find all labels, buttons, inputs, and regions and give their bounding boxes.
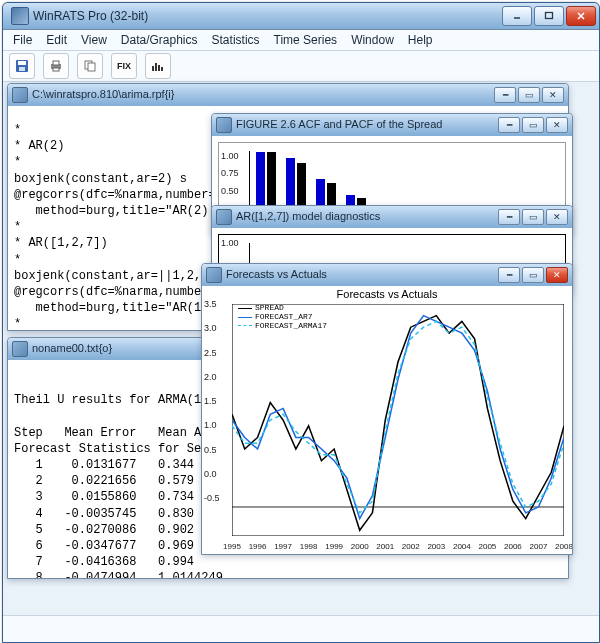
menu-edit[interactable]: Edit bbox=[40, 31, 73, 49]
acf-title: FIGURE 2.6 ACF and PACF of the Spread bbox=[236, 118, 498, 131]
menu-tseries[interactable]: Time Series bbox=[268, 31, 344, 49]
app-title: WinRATS Pro (32-bit) bbox=[33, 9, 502, 23]
toolbar: FIX bbox=[3, 51, 599, 82]
mdi-desktop: C:\winratspro.810\arima.rpf{i} ━ ▭ ✕ * *… bbox=[7, 83, 595, 614]
close-button[interactable] bbox=[566, 6, 596, 26]
editor-title: C:\winratspro.810\arima.rpf{i} bbox=[32, 88, 494, 101]
menu-window[interactable]: Window bbox=[345, 31, 400, 49]
chart-icon bbox=[216, 209, 232, 225]
editor-close[interactable]: ✕ bbox=[542, 87, 564, 103]
diag-max[interactable]: ▭ bbox=[522, 209, 544, 225]
forecast-plot: Forecasts vs Actuals SPREAD FORECAST_AR7… bbox=[202, 286, 572, 554]
svg-rect-1 bbox=[546, 13, 553, 19]
doc-icon bbox=[12, 341, 28, 357]
editor-max[interactable]: ▭ bbox=[518, 87, 540, 103]
titlebar[interactable]: WinRATS Pro (32-bit) bbox=[3, 3, 599, 30]
svg-rect-7 bbox=[53, 68, 59, 71]
svg-rect-10 bbox=[152, 66, 154, 71]
menu-data[interactable]: Data/Graphics bbox=[115, 31, 204, 49]
histogram-icon[interactable] bbox=[145, 53, 171, 79]
maximize-button[interactable] bbox=[534, 6, 564, 26]
svg-rect-6 bbox=[53, 61, 59, 65]
editor-min[interactable]: ━ bbox=[494, 87, 516, 103]
svg-rect-14 bbox=[232, 304, 564, 536]
svg-rect-3 bbox=[18, 61, 26, 65]
diag-close[interactable]: ✕ bbox=[546, 209, 568, 225]
menu-help[interactable]: Help bbox=[402, 31, 439, 49]
fix-icon[interactable]: FIX bbox=[111, 53, 137, 79]
save-icon[interactable] bbox=[9, 53, 35, 79]
chart-icon bbox=[206, 267, 222, 283]
forecast-min[interactable]: ━ bbox=[498, 267, 520, 283]
forecast-chart-title: Forecasts vs Actuals bbox=[202, 286, 572, 304]
app-icon bbox=[11, 7, 29, 25]
statusbar bbox=[3, 615, 599, 642]
svg-rect-4 bbox=[19, 67, 25, 71]
app-window: WinRATS Pro (32-bit) File Edit View Data… bbox=[2, 2, 600, 643]
menu-file[interactable]: File bbox=[7, 31, 38, 49]
acf-min[interactable]: ━ bbox=[498, 117, 520, 133]
acf-close[interactable]: ✕ bbox=[546, 117, 568, 133]
doc-icon bbox=[12, 87, 28, 103]
copy-icon[interactable] bbox=[77, 53, 103, 79]
acf-max[interactable]: ▭ bbox=[522, 117, 544, 133]
forecast-max[interactable]: ▭ bbox=[522, 267, 544, 283]
forecast-window[interactable]: Forecasts vs Actuals ━ ▭ ✕ Forecasts vs … bbox=[201, 263, 573, 555]
menubar: File Edit View Data/Graphics Statistics … bbox=[3, 30, 599, 51]
forecast-title: Forecasts vs Actuals bbox=[226, 268, 498, 281]
svg-rect-9 bbox=[88, 63, 95, 71]
svg-rect-13 bbox=[161, 67, 163, 71]
forecast-close[interactable]: ✕ bbox=[546, 267, 568, 283]
menu-view[interactable]: View bbox=[75, 31, 113, 49]
print-icon[interactable] bbox=[43, 53, 69, 79]
svg-rect-11 bbox=[155, 63, 157, 71]
diag-min[interactable]: ━ bbox=[498, 209, 520, 225]
menu-stats[interactable]: Statistics bbox=[206, 31, 266, 49]
chart-icon bbox=[216, 117, 232, 133]
svg-rect-12 bbox=[158, 65, 160, 71]
diag-title: AR([1,2,7]) model diagnostics bbox=[236, 210, 498, 223]
minimize-button[interactable] bbox=[502, 6, 532, 26]
